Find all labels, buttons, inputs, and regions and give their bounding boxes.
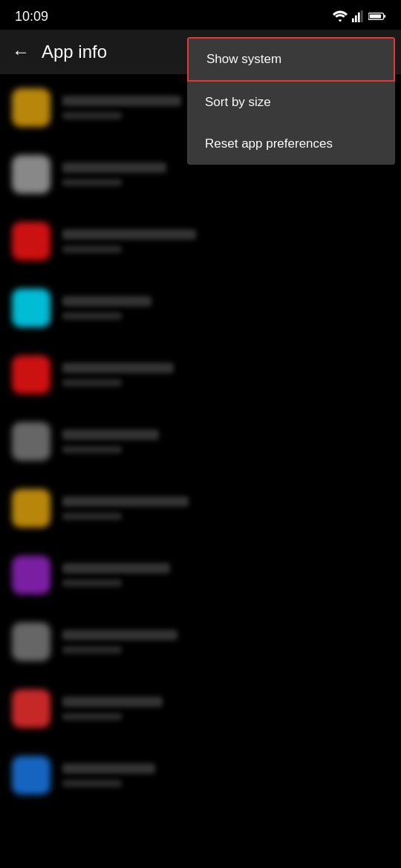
app-name bbox=[62, 630, 177, 640]
app-name bbox=[62, 229, 196, 240]
app-info bbox=[62, 763, 389, 787]
app-info bbox=[62, 363, 389, 387]
app-info bbox=[62, 496, 389, 520]
app-name bbox=[62, 430, 159, 440]
app-name bbox=[62, 363, 174, 373]
back-button[interactable]: ← bbox=[12, 42, 30, 62]
app-size bbox=[62, 713, 122, 720]
app-info bbox=[62, 697, 389, 720]
status-bar: 10:09 bbox=[0, 0, 401, 30]
app-size bbox=[62, 112, 122, 119]
app-icon bbox=[12, 422, 50, 461]
app-icon bbox=[12, 155, 50, 194]
battery-icon bbox=[368, 11, 386, 22]
app-name bbox=[62, 763, 155, 774]
status-time: 10:09 bbox=[15, 9, 48, 24]
app-name bbox=[62, 96, 181, 106]
app-list-item[interactable] bbox=[0, 542, 401, 608]
app-list-item[interactable] bbox=[0, 742, 401, 809]
app-icon bbox=[12, 355, 50, 394]
app-info bbox=[62, 430, 389, 453]
svg-rect-2 bbox=[358, 13, 360, 22]
dropdown-menu: Show systemSort by sizeReset app prefere… bbox=[187, 37, 395, 165]
app-info bbox=[62, 296, 389, 320]
app-size bbox=[62, 579, 122, 587]
page-title: App info bbox=[42, 42, 107, 62]
app-info bbox=[62, 630, 389, 654]
app-info bbox=[62, 563, 389, 587]
dropdown-item-sort-by-size[interactable]: Sort by size bbox=[187, 82, 395, 123]
app-list-item[interactable] bbox=[0, 341, 401, 408]
dropdown-item-show-system[interactable]: Show system bbox=[187, 37, 395, 82]
app-list-item[interactable] bbox=[0, 608, 401, 675]
app-icon bbox=[12, 222, 50, 260]
app-list-item[interactable] bbox=[0, 675, 401, 742]
app-list-item[interactable] bbox=[0, 274, 401, 341]
app-list-item[interactable] bbox=[0, 475, 401, 542]
app-size bbox=[62, 246, 122, 253]
svg-rect-6 bbox=[370, 14, 381, 18]
app-list-item[interactable] bbox=[0, 208, 401, 274]
app-name bbox=[62, 296, 151, 306]
app-name bbox=[62, 563, 170, 573]
app-size bbox=[62, 312, 122, 320]
svg-rect-1 bbox=[355, 16, 357, 22]
status-icons bbox=[333, 10, 386, 22]
svg-rect-5 bbox=[384, 15, 386, 17]
app-name bbox=[62, 496, 189, 507]
app-icon bbox=[12, 689, 50, 728]
svg-rect-3 bbox=[361, 10, 363, 22]
app-name bbox=[62, 697, 163, 707]
app-icon bbox=[12, 756, 50, 795]
app-info bbox=[62, 229, 389, 253]
app-icon bbox=[12, 88, 50, 127]
app-name bbox=[62, 162, 166, 173]
app-list bbox=[0, 74, 401, 809]
wifi-icon bbox=[333, 10, 348, 22]
signal-icon bbox=[352, 10, 364, 22]
app-icon bbox=[12, 489, 50, 527]
app-icon bbox=[12, 556, 50, 594]
app-icon bbox=[12, 622, 50, 661]
app-list-item[interactable] bbox=[0, 408, 401, 475]
app-size bbox=[62, 446, 122, 453]
app-size bbox=[62, 646, 122, 654]
app-icon bbox=[12, 289, 50, 327]
app-size bbox=[62, 379, 122, 387]
app-info bbox=[62, 162, 389, 186]
dropdown-item-reset-app-prefs[interactable]: Reset app preferences bbox=[187, 123, 395, 165]
app-size bbox=[62, 780, 122, 787]
svg-rect-0 bbox=[352, 19, 354, 22]
app-size bbox=[62, 179, 122, 186]
app-size bbox=[62, 513, 122, 520]
